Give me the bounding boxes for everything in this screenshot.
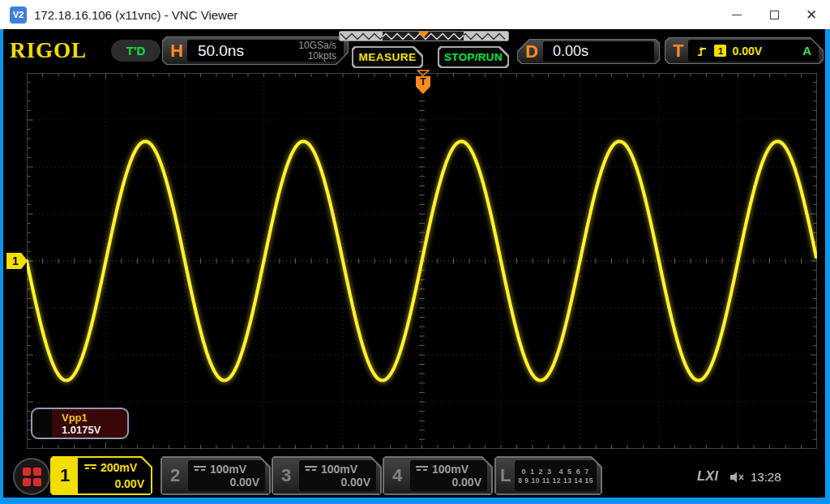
channel-1-offset: 0.00V xyxy=(84,477,144,490)
trigger-readout: 1 0.00V A xyxy=(688,40,819,62)
channel-3-offset: 0.00V xyxy=(305,476,370,489)
channel-2-button[interactable]: 2 100mV 0.00V xyxy=(160,456,271,495)
minimize-icon xyxy=(732,15,742,15)
measure-button[interactable]: MEASURE xyxy=(352,46,423,68)
delay-menu-button[interactable]: D 0.00s xyxy=(517,39,660,64)
dc-coupling-icon xyxy=(305,466,317,473)
rising-edge-icon xyxy=(696,45,708,57)
measurement-value: 1.0175V xyxy=(62,424,127,436)
measurement-result-box[interactable]: Vpp1 1.0175V xyxy=(31,408,129,439)
logic-row-1: 0 1 2 3 4 5 6 7 xyxy=(518,468,593,476)
channel-4-scale: 100mV xyxy=(432,463,468,476)
maximize-icon xyxy=(770,11,779,19)
horizontal-menu-button[interactable]: H 50.0ns 10GSa/s 10kpts xyxy=(162,36,349,65)
window-titlebar[interactable]: V2 172.18.16.106 (x11vnc) - VNC Viewer ✕ xyxy=(0,0,830,29)
trigger-source-badge: 1 xyxy=(714,45,726,57)
stop-run-button-label: STOP/RUN xyxy=(444,51,503,63)
trigger-sweep-mode: A xyxy=(802,44,811,58)
trigger-label: T xyxy=(673,41,683,62)
trigger-status-text: T'D xyxy=(126,44,146,58)
channel-2-number: 2 xyxy=(162,458,188,493)
dc-coupling-icon xyxy=(194,466,206,473)
clock-display: 13:28 xyxy=(751,470,781,484)
logic-channels-button[interactable]: L 0 1 2 3 4 5 6 7 8 9 10 11 12 13 14 15 xyxy=(494,456,602,495)
rigol-logo: RIGOL xyxy=(10,40,87,62)
dc-coupling-icon xyxy=(416,466,428,473)
trigger-menu-button[interactable]: T 1 0.00V A xyxy=(665,37,824,64)
horizontal-position-strip[interactable] xyxy=(339,31,509,41)
channel-2-scale: 100mV xyxy=(210,463,246,476)
vnc-viewer-window: V2 172.18.16.106 (x11vnc) - VNC Viewer ✕… xyxy=(0,0,830,504)
measure-button-label: MEASURE xyxy=(358,51,416,63)
channel-1-number: 1 xyxy=(52,458,78,493)
oscilloscope-screen: RIGOL T'D H 50.0ns 10GSa/s 10kpts xyxy=(3,29,825,498)
logic-label: L xyxy=(496,458,515,493)
trigger-level-value: 0.00V xyxy=(732,45,762,58)
timebase-scale: 50.0ns xyxy=(187,42,244,60)
speaker-muted-icon[interactable] xyxy=(729,471,747,484)
waveform-display[interactable] xyxy=(27,73,817,449)
channel-1-ground-marker[interactable]: 1 xyxy=(6,253,28,269)
channel-3-button[interactable]: 3 100mV 0.00V xyxy=(272,456,382,495)
measurement-name: Vpp1 xyxy=(62,412,127,424)
channel-1-scale: 200mV xyxy=(101,461,137,474)
trigger-status-badge: T'D xyxy=(111,40,160,62)
delay-value: 0.00s xyxy=(543,43,588,60)
channel-1-button[interactable]: 1 200mV 0.00V xyxy=(50,456,152,495)
sample-rate: 10GSa/s xyxy=(298,41,336,51)
dc-coupling-icon xyxy=(84,464,96,472)
channel-4-offset: 0.00V xyxy=(416,476,481,489)
channel-3-scale: 100mV xyxy=(321,463,357,476)
vnc-app-icon: V2 xyxy=(10,6,27,23)
minimize-button[interactable] xyxy=(718,0,755,29)
trigger-position-icon[interactable] xyxy=(417,70,430,76)
close-button[interactable]: ✕ xyxy=(793,0,830,29)
maximize-button[interactable] xyxy=(755,0,793,29)
channel-2-offset: 0.00V xyxy=(194,476,259,489)
window-frame: RIGOL T'D H 50.0ns 10GSa/s 10kpts xyxy=(0,29,830,504)
horizontal-readout: 50.0ns 10GSa/s 10kpts xyxy=(187,40,344,62)
stop-run-button[interactable]: STOP/RUN xyxy=(438,46,509,68)
channel-4-button[interactable]: 4 100mV 0.00V xyxy=(383,456,493,495)
logic-row-2: 8 9 10 11 12 13 14 15 xyxy=(518,476,593,485)
main-menu-button[interactable] xyxy=(13,458,50,495)
close-icon: ✕ xyxy=(806,8,817,22)
menu-grid-icon xyxy=(23,468,41,486)
channel-4-number: 4 xyxy=(384,458,410,493)
memory-depth: 10kpts xyxy=(298,51,336,62)
channel-3-number: 3 xyxy=(273,458,299,493)
horizontal-label: H xyxy=(170,41,183,62)
lxi-logo: LXI xyxy=(697,469,718,484)
delay-label: D xyxy=(525,41,538,62)
window-title: 172.18.16.106 (x11vnc) - VNC Viewer xyxy=(34,8,237,22)
window-controls: ✕ xyxy=(718,0,830,29)
delay-readout: 0.00s xyxy=(543,41,654,62)
